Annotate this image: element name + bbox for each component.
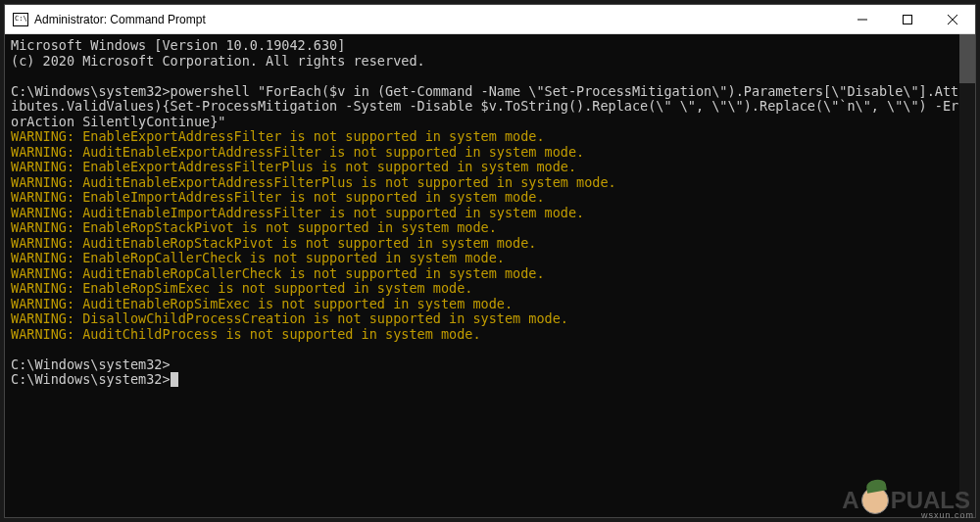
warning-line: WARNING: EnableExportAddressFilter is no… <box>11 129 969 145</box>
cursor <box>171 372 178 387</box>
version-line: Microsoft Windows [Version 10.0.19042.63… <box>11 38 969 54</box>
warning-line: WARNING: EnableRopSimExec is not support… <box>11 281 969 297</box>
prompt-line-cursor: C:\Windows\system32> <box>11 372 969 388</box>
command-line: C:\Windows\system32>powershell "ForEach(… <box>11 84 969 130</box>
scroll-thumb[interactable] <box>959 34 975 83</box>
warning-line: WARNING: EnableRopCallerCheck is not sup… <box>11 251 969 266</box>
titlebar[interactable]: Administrator: Command Prompt <box>5 5 975 34</box>
watermark-text-before: A <box>842 487 858 514</box>
terminal-content[interactable]: Microsoft Windows [Version 10.0.19042.63… <box>5 34 975 517</box>
window-controls <box>840 5 975 33</box>
warning-line: WARNING: AuditEnableRopCallerCheck is no… <box>11 266 969 282</box>
prompt-path: C:\Windows\system32> <box>11 83 171 99</box>
close-button[interactable] <box>930 5 975 33</box>
scrollbar[interactable] <box>959 34 975 517</box>
warning-line: WARNING: AuditChildProcess is not suppor… <box>11 327 969 343</box>
warning-line: WARNING: AuditEnableExportAddressFilterP… <box>11 175 969 191</box>
warning-line: WARNING: EnableImportAddressFilter is no… <box>11 190 969 206</box>
watermark-avatar-icon <box>861 487 889 514</box>
maximize-button[interactable] <box>885 5 930 33</box>
warning-line: WARNING: AuditEnableRopStackPivot is not… <box>11 236 969 252</box>
warning-line: WARNING: EnableRopStackPivot is not supp… <box>11 220 969 236</box>
copyright-line: (c) 2020 Microsoft Corporation. All righ… <box>11 54 969 70</box>
svg-rect-1 <box>904 15 912 24</box>
warning-line: WARNING: DisallowChildProcessCreation is… <box>11 311 969 327</box>
window-title: Administrator: Command Prompt <box>34 13 206 26</box>
warning-line: WARNING: AuditEnableExportAddressFilter … <box>11 145 969 161</box>
warning-line: WARNING: EnableExportAddressFilterPlus i… <box>11 160 969 175</box>
cmd-icon <box>13 13 28 26</box>
blank-line <box>11 69 969 84</box>
command-prompt-window: Administrator: Command Prompt Microsoft … <box>4 4 976 518</box>
prompt-line: C:\Windows\system32> <box>11 357 969 373</box>
warning-line: WARNING: AuditEnableRopSimExec is not su… <box>11 297 969 312</box>
titlebar-left: Administrator: Command Prompt <box>5 13 206 26</box>
blank-line <box>11 342 969 357</box>
warning-line: WARNING: AuditEnableImportAddressFilter … <box>11 206 969 221</box>
source-attribution: wsxun.com <box>921 510 974 520</box>
minimize-button[interactable] <box>840 5 885 33</box>
